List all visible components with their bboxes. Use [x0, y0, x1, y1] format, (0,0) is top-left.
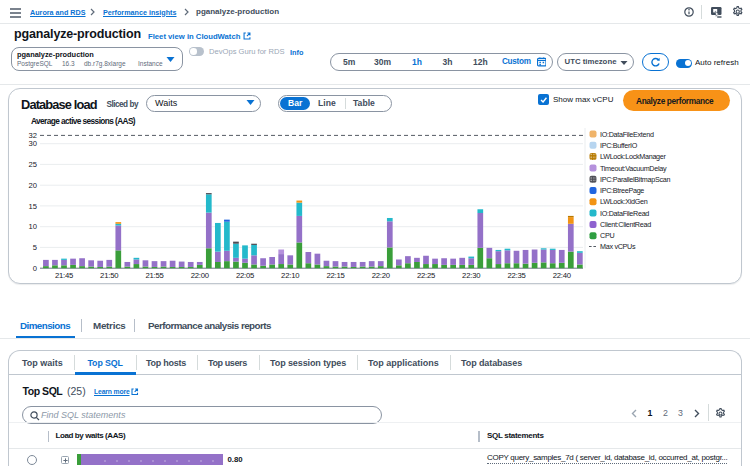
svg-text:22:35: 22:35	[507, 271, 525, 280]
svg-text:20: 20	[29, 181, 37, 190]
svg-text:LWLock:LockManager: LWLock:LockManager	[600, 152, 666, 161]
svg-text:30: 30	[29, 139, 37, 148]
svg-text:LWLock:XidGen: LWLock:XidGen	[600, 197, 648, 206]
svg-text:22:30: 22:30	[462, 271, 480, 280]
svg-text:10: 10	[29, 222, 37, 231]
svg-text:22:40: 22:40	[553, 271, 571, 280]
svg-text:22:00: 22:00	[191, 271, 209, 280]
svg-text:IO:DataFileExtend: IO:DataFileExtend	[600, 130, 654, 139]
svg-text:32: 32	[29, 131, 37, 140]
svg-text:22:25: 22:25	[417, 271, 435, 280]
svg-text:Client:ClientRead: Client:ClientRead	[600, 220, 651, 229]
svg-text:Timeout:VacuumDelay: Timeout:VacuumDelay	[600, 164, 667, 173]
svg-text:21:50: 21:50	[100, 271, 118, 280]
svg-text:21:55: 21:55	[145, 271, 163, 280]
svg-text:5: 5	[33, 243, 37, 252]
svg-text:22:20: 22:20	[372, 271, 390, 280]
svg-text:22:15: 22:15	[326, 271, 344, 280]
svg-text:CPU: CPU	[600, 231, 614, 240]
svg-text:22:10: 22:10	[281, 271, 299, 280]
svg-text:Max vCPUs: Max vCPUs	[600, 242, 636, 251]
svg-text:25: 25	[29, 160, 37, 169]
svg-text:21:45: 21:45	[55, 271, 73, 280]
svg-text:0: 0	[33, 264, 37, 273]
svg-text:22:05: 22:05	[236, 271, 254, 280]
svg-text:IPC:BtreePage: IPC:BtreePage	[600, 186, 644, 195]
svg-text:15: 15	[29, 202, 37, 211]
svg-text:IO:DataFileRead: IO:DataFileRead	[600, 209, 649, 218]
svg-text:IPC:BufferIO: IPC:BufferIO	[600, 141, 638, 150]
svg-text:IPC:ParallelBitmapScan: IPC:ParallelBitmapScan	[600, 175, 670, 184]
